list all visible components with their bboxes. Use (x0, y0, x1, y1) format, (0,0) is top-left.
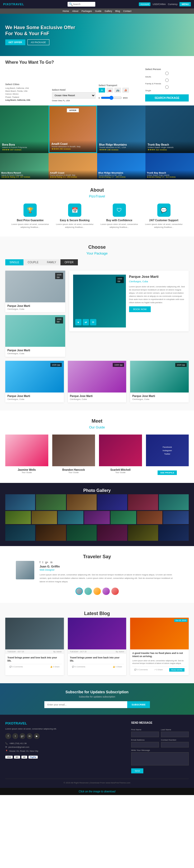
testi-ln-icon[interactable]: in (50, 561, 52, 564)
guide-role-1: Tour Guide (5, 471, 48, 474)
blog-title-1: Travel brings power and love back into y… (7, 656, 62, 663)
account-link[interactable]: Account (139, 2, 151, 6)
tab-single[interactable]: SINGLE (5, 259, 24, 266)
tab-family[interactable]: FAMILY (43, 259, 61, 266)
paypal-icon: PayPal (29, 756, 38, 758)
nav-about[interactable]: About (72, 10, 78, 12)
footer-twitter-icon[interactable]: t (12, 733, 18, 739)
testi-fb-icon[interactable]: f (40, 561, 40, 564)
dest-card-4[interactable]: Trunk Bay Beach United States Virgin Isl… (146, 105, 194, 153)
footer-form-section: SEND MESSAGE First Name Last Name Email … (131, 721, 189, 773)
newsletter-button[interactable]: SUBSCRIBE (127, 701, 150, 708)
gallery-item-9[interactable] (58, 511, 83, 524)
search-bar[interactable]: 🔍 (68, 2, 95, 7)
nav-contact[interactable]: Contact (123, 10, 131, 12)
dest-card2-3[interactable]: Blue Ridge Mountains Tourist attraction … (97, 153, 146, 180)
gallery-item-1[interactable] (5, 494, 35, 510)
gallery-item-11[interactable] (111, 511, 136, 524)
transport-ship[interactable]: ⛵ (122, 88, 129, 93)
gallery-item-15[interactable] (36, 525, 66, 541)
currency-link[interactable]: USD/CHINA (153, 3, 166, 5)
nav-packages[interactable]: Packages (82, 10, 92, 12)
dest-card-2[interactable]: OFFER Amalfi Coast Tourist attraction in… (48, 105, 97, 153)
nav-guide[interactable]: Guide (95, 10, 101, 12)
view-icon[interactable]: 👁 (90, 319, 96, 326)
gallery-item-14[interactable] (5, 525, 35, 541)
gallery-item-4[interactable] (98, 494, 127, 510)
last-name-input[interactable] (161, 732, 189, 737)
gallery-item-19[interactable] (159, 525, 189, 541)
payment-icons: VISA MC AE PayPal (5, 756, 63, 758)
search-input[interactable] (73, 3, 94, 5)
gallery-item-7[interactable] (5, 511, 31, 524)
gallery-item-17[interactable] (98, 525, 127, 541)
read-more-button[interactable]: READ MORE (169, 668, 185, 672)
blog-img-1 (5, 618, 64, 649)
twitter-link[interactable]: Twitter (164, 453, 170, 455)
transport-plane[interactable]: ✈ (99, 88, 105, 93)
price-slider[interactable] (101, 94, 122, 101)
testimonial-avatar (16, 561, 34, 579)
dest-card2-1[interactable]: Bora Bora Resort Island of French Polyne… (0, 153, 48, 180)
nav-gallery[interactable]: Gallery (105, 10, 112, 12)
guide-1: Jasmine Wells Tour Guide (5, 435, 48, 475)
gallery-item-13[interactable] (163, 511, 189, 524)
testi-tw-icon[interactable]: t (42, 561, 43, 564)
footer-facebook-icon[interactable]: f (5, 733, 11, 739)
gallery-item-16[interactable] (67, 525, 96, 541)
gallery-item-2[interactable] (36, 494, 66, 510)
footer-google-icon[interactable]: g+ (20, 733, 25, 739)
search-button[interactable]: SEARCH PACKAGE (145, 94, 189, 101)
book-now-button[interactable]: BOOK NOW (129, 306, 151, 312)
person-adults[interactable] (145, 72, 189, 75)
testi-gp-icon[interactable]: g+ (45, 561, 48, 564)
footer-linkedin-icon[interactable]: in (27, 733, 33, 739)
gallery-item-6[interactable] (159, 494, 189, 510)
wish-icon[interactable]: ♥ (75, 319, 82, 326)
dest-card2-4[interactable]: Trunk Bay Beach United States Virgin Isl… (146, 153, 194, 180)
testi-dot-4[interactable] (103, 588, 110, 595)
testimonial-content: f t g+ in Juan G. Griffin Web Designer L… (16, 561, 178, 583)
newsletter-input[interactable] (44, 701, 127, 708)
dest-location-4: United States Virgin Islands (148, 146, 192, 149)
gallery-item-18[interactable] (128, 525, 158, 541)
gallery-item-10[interactable] (84, 511, 110, 524)
gallery-item-3[interactable] (67, 494, 96, 510)
testi-dot-3[interactable] (93, 588, 101, 595)
as-package-button[interactable]: AS PACKAGE (28, 39, 49, 45)
email-input[interactable] (131, 742, 159, 747)
dest-card-1[interactable]: Bora Bora Island of French Polynesia ★★★… (0, 105, 48, 153)
pkg-card-2-wrap: 1020/pp Parque Jose Marti Cienfuegos, Cu… (5, 315, 65, 357)
message-textarea[interactable] (131, 752, 189, 766)
tab-offer[interactable]: OFFER (61, 259, 78, 266)
send-button[interactable]: Send (131, 768, 144, 773)
transport-car[interactable]: 🚗 (107, 88, 113, 93)
see-profile-button[interactable]: SEE PROFILE (158, 470, 177, 475)
dest-card-3[interactable]: Blue Ridge Mountains Tourist attraction … (97, 105, 146, 153)
nav-home[interactable]: Home (63, 10, 69, 12)
language-link[interactable]: Currency (168, 3, 178, 5)
gallery-item-8[interactable] (32, 511, 57, 524)
dest-card2-2[interactable]: Amalfi Coast Tourist attraction in Amalf… (48, 153, 97, 180)
compare-icon[interactable]: ⇄ (83, 319, 89, 326)
facebook-link[interactable]: Facebook (163, 446, 172, 448)
mobile-input[interactable] (161, 742, 189, 747)
instagram-link[interactable]: Instagram (163, 449, 172, 452)
gallery-item-12[interactable] (137, 511, 163, 524)
transport-bus[interactable]: 🚌 (115, 88, 121, 93)
hotel-select[interactable]: Ocean View Resort Paradise Hotel (52, 92, 95, 99)
testi-dot-2[interactable] (84, 588, 92, 595)
first-name-input[interactable] (131, 732, 159, 737)
get-offer-button[interactable]: GET OFFER (5, 39, 25, 45)
menu-button[interactable]: MENU (180, 2, 191, 6)
testi-dot-5[interactable] (111, 588, 119, 595)
testi-dot-1[interactable] (76, 588, 83, 595)
feature-1-desc: Lorem ipsum dolor sit amet, consectetur … (10, 223, 50, 229)
person-family[interactable] (145, 79, 189, 82)
footer-youtube-icon[interactable]: ▶ (34, 733, 40, 739)
person-single[interactable] (145, 85, 189, 89)
gallery-item-5[interactable] (128, 494, 158, 510)
nav-blog[interactable]: Blog (115, 10, 120, 12)
footer-contact-row: Email Address Contact Number (131, 737, 189, 747)
tab-couple[interactable]: COUPLE (24, 259, 43, 266)
